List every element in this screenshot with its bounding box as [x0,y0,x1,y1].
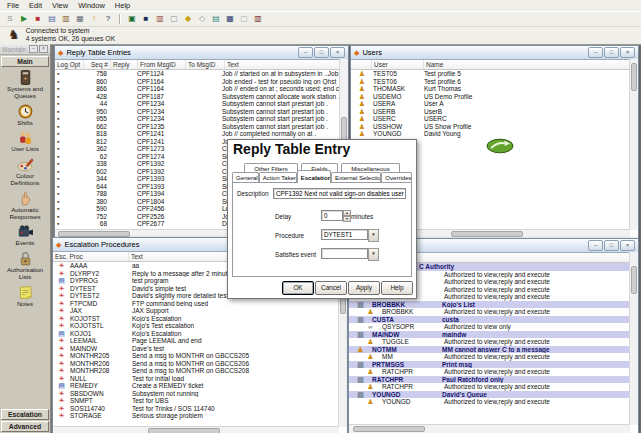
authority-entry-row[interactable]: ♟YOUNGDAuthorized to view,reply and exec… [349,398,630,406]
sidebar-item-shifts[interactable]: Shifts [0,103,50,127]
sidebar-item-colour-definitions[interactable]: Colour Definitions [0,156,50,187]
table-row[interactable]: ♟USERAUser A [351,100,630,108]
sidebar-item-systems-and-queues[interactable]: Systems and Queues [0,69,50,100]
table-row[interactable]: ♟YOUNGDDavid Young [351,130,630,138]
menu-edit[interactable]: Edit [24,1,47,10]
table-row[interactable]: ▪860CPF1164Job ended - test for pseudo i… [55,78,340,86]
stop-icon[interactable]: ■ [32,13,44,25]
column-header-reply[interactable]: Reply [111,60,138,69]
procedure-combo[interactable]: DYTEST1 [321,229,368,240]
table-row[interactable]: ▪758CPF1124Job // started on at in subsy… [55,70,340,78]
sidebar-item-events[interactable]: Events [0,223,50,247]
copy-icon[interactable]: ▤ [46,13,58,25]
authority-group-row[interactable]: ▤BROBBKKKojo's List [349,301,630,309]
table-row[interactable]: ♟USSHOWUS Show Profile [351,123,630,131]
column-header-text[interactable]: Text [225,60,340,69]
authority-group-row[interactable]: ▤MAINDWmaindw [349,331,630,339]
table-row[interactable]: ▪428CPF1187Subsystem cannot allocate wor… [55,93,340,101]
table-row[interactable]: ☀MONTHR205Send a msg to MONTHR on GBCCS2… [53,352,339,360]
horizontal-scrollbar[interactable] [349,424,630,433]
table-row[interactable]: ☀SOS114740Test for Trinks / SOS 114740 [53,405,339,413]
table-row[interactable]: ▪866CPF1164Job // ended on at ; seconds … [55,85,340,93]
table-row[interactable]: ♟TEST06Test profile 6 [351,78,630,86]
lightning-icon[interactable]: ◆ [182,13,194,25]
column-header-name[interactable]: Name [424,60,630,69]
maximize-icon[interactable]: □ [314,47,329,58]
grid-icon[interactable]: ▦ [224,13,236,25]
sidebar-escalation-button[interactable]: Escalation [1,409,49,420]
column-header-from-msgid[interactable]: From MsgID [138,60,186,69]
run-icon[interactable]: ▶ [18,13,30,25]
table-row[interactable]: ▪818CPF1241Job // completed normally on … [55,130,340,138]
menu-view[interactable]: View [47,1,73,10]
monitor-dark-icon[interactable]: ■ [140,13,152,25]
table-row[interactable]: ☀LEEMAILPage LEEMAIL and end [53,337,339,345]
authority-entry-row[interactable]: ♟BROBBKKAuthorized to view,reply and exe… [349,308,630,316]
table-row[interactable]: ☀MAINDWDave's test [53,345,339,353]
tab-other-filters[interactable]: Other Filters [244,163,298,172]
table-row[interactable]: ♟USERBUserB [351,108,630,116]
table-row[interactable]: ▪950CPF1234Subsystem cannot start presta… [55,108,340,116]
menu-help[interactable]: Help [110,1,135,10]
panel-icon[interactable]: ▢ [238,13,250,25]
table-row[interactable]: ▪662CPF1235Subsystem cannot start presta… [55,123,340,131]
horizontal-scrollbar[interactable] [53,426,339,433]
print-icon[interactable]: ▦ [74,13,86,25]
authority-entry-row[interactable]: ♟MMAuthorized to view,reply and execute [349,353,630,361]
help-pointer-icon[interactable]: ? [102,13,114,25]
authority-entry-row[interactable]: ♟TUGGLEAuthorized to view,reply and exec… [349,338,630,346]
satisfies-event-combo[interactable] [321,248,368,259]
description-field[interactable]: CPF1392 Next not valid sign-on disables … [273,188,406,199]
table-row[interactable]: ☀FTPCMDFTP command being used [53,300,339,308]
sidebar-item-user-lists[interactable]: User Lists [0,129,50,153]
table-row[interactable]: ♟THOMASKKurt Thomas [351,85,630,93]
table-row[interactable]: ▤REMEDYCreate a REMEDY ticket [53,382,339,390]
apply-button[interactable]: Apply [348,281,380,295]
column-header-seq[interactable]: Seq # [84,60,111,69]
graph-icon[interactable]: ▤ [210,13,222,25]
sidebar-advanced-button[interactable]: Advanced [1,421,49,432]
reply-window-titlebar[interactable]: ◆ Reply Table Entries –□× [55,46,348,60]
chevron-down-icon[interactable]: ▼ [368,229,379,242]
monitor-green-icon[interactable]: ▣ [126,13,138,25]
key-icon[interactable]: ↑ [88,13,100,25]
book-icon[interactable]: ▥ [252,13,264,25]
column-header-user[interactable]: User [372,60,424,69]
column-header-to-msgid[interactable]: To MsgID [186,60,225,69]
help-button[interactable]: Help [381,281,413,295]
maximize-icon[interactable]: □ [604,240,619,251]
table-row[interactable]: ♟USERCUSERC [351,115,630,123]
authority-group-row[interactable]: ▤RATCHPRPaul Ratchford only [349,376,630,384]
close-icon[interactable]: × [39,45,48,53]
menu-window[interactable]: Window [73,1,110,10]
minimize-icon[interactable]: – [588,240,603,251]
chart-icon[interactable]: ▥ [154,13,166,25]
authority-entry-row[interactable]: ♟RATCHPRAuthorized to view,reply and exe… [349,383,630,391]
table-row[interactable]: ☀MONTHR206Send a msg to MONTHR on GBCCS2… [53,360,339,368]
menu-file[interactable]: File [2,1,24,10]
tab-escalation[interactable]: Escalation [297,170,331,183]
users-window-titlebar[interactable]: ◆ Users –□× [351,46,638,60]
ok-button[interactable]: OK [282,281,314,295]
table-row[interactable]: ♟USDEMOUS Demo Profile [351,93,630,101]
column-header-esc-proc[interactable]: Esc. Proc [53,252,129,261]
vertical-scrollbar[interactable] [629,59,638,230]
column-header-log-opt[interactable]: Log Opt [55,60,84,69]
table-row[interactable]: ▪44CPF1234Subsystem cannot start prestar… [55,100,340,108]
authority-group-row[interactable]: ▤CUSTAcusta [349,316,630,324]
table-row[interactable]: ♟TEST05Test profile 5 [351,70,630,78]
window-icon[interactable]: ▢ [168,13,180,25]
column-header-icon[interactable] [351,60,372,69]
paste-icon[interactable]: ▥ [60,13,72,25]
table-row[interactable]: ▤KOJO1Kojo's Escalation [53,330,339,338]
table-row[interactable]: ☀SNMPTTest for UBS [53,397,339,405]
sidebar-item-authorisation-lists[interactable]: Authorisation Lists [0,250,50,281]
maximize-icon[interactable]: □ [604,47,619,58]
table-row[interactable]: ☀KOJOTSTLKojo's Test escalation [53,322,339,330]
minimize-icon[interactable]: – [298,47,313,58]
tab-miscellaneous[interactable]: Miscellaneous [341,163,400,172]
table-row[interactable]: ☀MONTHR208Send a msg to MONTHR on GBCCS2… [53,367,339,375]
sidebar-item-notes[interactable]: Notes [0,284,50,308]
sidebar-main-button[interactable]: Main [1,56,49,67]
table-row[interactable]: ▪955CPF1234Subsystem cannot start presta… [55,115,340,123]
